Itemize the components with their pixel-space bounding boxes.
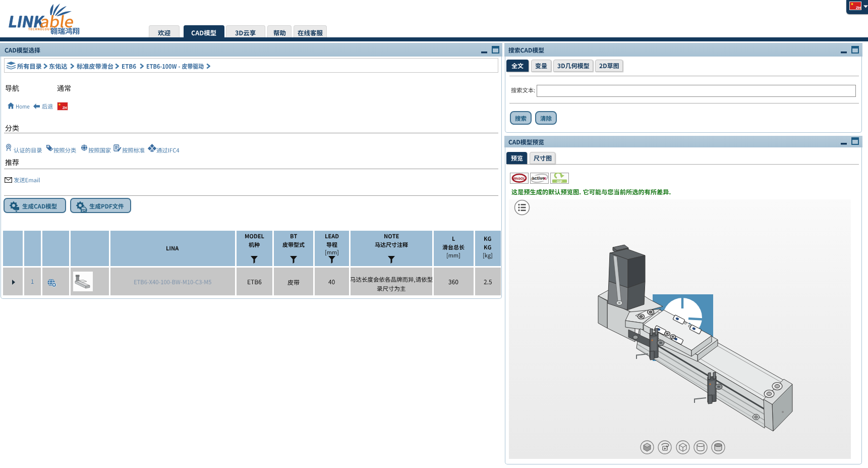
svg-text:GIF: GIF xyxy=(557,180,562,183)
svg-text:active: active xyxy=(532,176,545,181)
svg-text:x: x xyxy=(544,176,546,181)
svg-text:ZH: ZH xyxy=(63,106,67,110)
svg-text:WebGL: WebGL xyxy=(513,177,525,180)
svg-text:PDF: PDF xyxy=(81,209,88,212)
svg-text:ZH: ZH xyxy=(856,6,861,10)
